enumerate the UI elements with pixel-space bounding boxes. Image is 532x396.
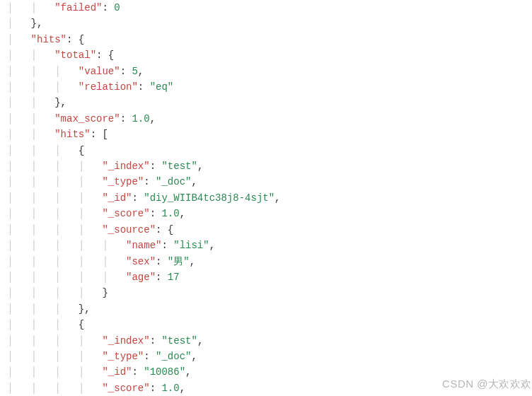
json-token: : (156, 272, 168, 283)
json-token: "test" (161, 161, 197, 172)
json-token: "_type" (102, 351, 144, 362)
json-token: : (132, 192, 144, 204)
json-token: : (150, 161, 162, 172)
json-token: { (79, 145, 84, 156)
json-token: : (102, 2, 114, 13)
json-token: "_index" (102, 161, 149, 172)
json-token: : (138, 81, 150, 93)
json-token: "_index" (102, 335, 149, 346)
json-token: , (274, 192, 280, 204)
watermark-text: CSDN @大欢欢欢 (442, 376, 532, 392)
json-token: "value" (79, 66, 120, 77)
json-token: 1.0 (161, 383, 179, 394)
json-token: "_id" (102, 366, 132, 378)
json-token: "_id" (102, 192, 132, 204)
json-token: "age" (126, 272, 156, 283)
json-token: 1.0 (161, 208, 179, 219)
json-token: "hits" (31, 34, 66, 45)
json-token: , (185, 366, 191, 378)
json-token: "lisi" (173, 240, 209, 251)
json-token: }, (54, 97, 66, 108)
json-token: , (209, 240, 215, 251)
json-token: 17 (168, 272, 180, 283)
json-token: "_type" (102, 176, 144, 187)
json-token: } (102, 287, 108, 298)
json-token: : (120, 66, 132, 77)
json-token: , (197, 335, 203, 346)
json-token: , (180, 383, 185, 394)
json-token: }, (79, 303, 91, 315)
json-token: : (150, 208, 162, 219)
json-token: : [ (91, 129, 108, 140)
json-token: , (150, 113, 156, 124)
json-token: : { (66, 34, 84, 45)
json-token: "_score" (102, 383, 149, 394)
json-token: "10086" (144, 366, 185, 378)
json-token: : (161, 240, 173, 251)
json-token: 1.0 (132, 113, 149, 124)
json-token: "max_score" (54, 113, 120, 124)
json-token: : (150, 335, 162, 346)
json-token: : (120, 113, 132, 124)
json-token: 5 (132, 66, 137, 77)
json-token: : (150, 383, 162, 394)
json-token: : (156, 256, 168, 267)
json-token: "total" (54, 50, 96, 61)
json-token: 0 (114, 2, 120, 13)
json-token: "男" (168, 256, 190, 267)
json-token: , (190, 256, 195, 267)
json-token: "eq" (150, 81, 174, 93)
json-token: : { (96, 50, 114, 61)
json-token: { (79, 319, 84, 330)
json-token: , (180, 208, 185, 219)
json-token: : { (156, 224, 173, 235)
json-token: "relation" (79, 81, 138, 93)
json-token: "_doc" (156, 351, 191, 362)
json-token: : (144, 176, 156, 187)
json-token: , (191, 176, 197, 187)
json-token: , (197, 161, 203, 172)
json-token: "failed" (54, 2, 102, 13)
json-token: "_score" (102, 208, 149, 219)
json-token: "test" (161, 335, 197, 346)
json-token: "sex" (126, 256, 156, 267)
json-token: : (144, 351, 156, 362)
json-token: , (191, 351, 197, 362)
json-token: "_source" (102, 224, 156, 235)
json-token: : (132, 366, 144, 378)
json-token: "diy_WIIB4tc38j8-4sjt" (144, 192, 274, 204)
json-code-block: │ │ "failed": 0 │ }, │ "hits": { │ │ "to… (0, 0, 532, 396)
json-token: "_doc" (156, 176, 191, 187)
json-token: "hits" (54, 129, 90, 140)
json-token: }, (31, 18, 43, 29)
json-token: "name" (126, 240, 161, 251)
json-token: , (138, 66, 144, 77)
